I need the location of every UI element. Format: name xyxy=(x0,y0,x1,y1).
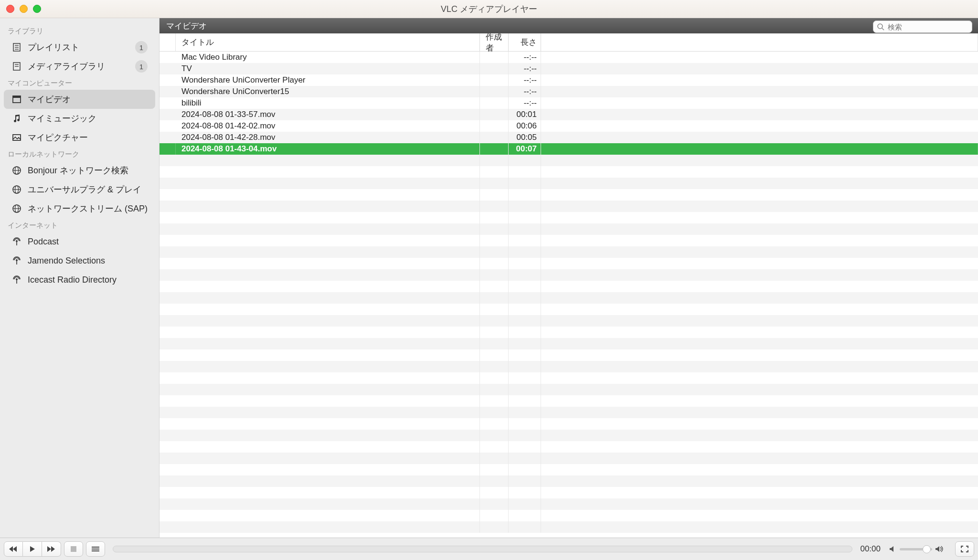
cell-title: 2024-08-08 01-43-04.mov xyxy=(176,143,480,155)
sidebar-item[interactable]: メディアライブラリ1 xyxy=(4,57,155,76)
cell-gutter xyxy=(159,223,176,235)
sidebar-item[interactable]: マイミュージック xyxy=(4,109,155,128)
cell-gutter xyxy=(159,74,176,86)
cell-title xyxy=(176,418,480,430)
cell-title xyxy=(176,292,480,304)
cell-title xyxy=(176,510,480,521)
cell-rest xyxy=(541,246,978,258)
forward-button[interactable] xyxy=(42,541,61,557)
picture-icon xyxy=(11,132,22,143)
col-duration[interactable]: 長さ xyxy=(509,33,541,51)
sidebar-item[interactable]: Icecast Radio Directory xyxy=(4,270,155,289)
table-row[interactable]: Wondershare UniConverter Player--:-- xyxy=(159,74,978,86)
sidebar-item[interactable]: Bonjour ネットワーク検索 xyxy=(4,161,155,180)
stop-button[interactable] xyxy=(64,541,83,557)
titlebar: VLC メディアプレイヤー xyxy=(0,0,978,18)
cell-title xyxy=(176,498,480,510)
cell-rest xyxy=(541,143,978,155)
cell-duration xyxy=(509,155,541,166)
table-row[interactable]: 2024-08-08 01-33-57.mov00:01 xyxy=(159,109,978,120)
volume-thumb[interactable] xyxy=(923,545,931,553)
cell-title xyxy=(176,361,480,372)
fullscreen-button[interactable] xyxy=(955,541,974,557)
table-row-empty xyxy=(159,407,978,418)
cell-author xyxy=(480,189,509,201)
col-gutter[interactable] xyxy=(159,33,176,51)
col-title[interactable]: タイトル xyxy=(176,33,480,51)
cell-title: 2024-08-08 01-33-57.mov xyxy=(176,109,480,120)
table-row[interactable]: 2024-08-08 01-42-28.mov00:05 xyxy=(159,132,978,143)
cell-duration: 00:05 xyxy=(509,132,541,143)
search-input[interactable] xyxy=(873,21,972,33)
cell-duration xyxy=(509,338,541,349)
cell-author xyxy=(480,120,509,132)
cell-author xyxy=(480,97,509,109)
cell-author xyxy=(480,201,509,212)
cell-duration: --:-- xyxy=(509,97,541,109)
playlist-toggle-button[interactable] xyxy=(86,541,105,557)
cell-rest xyxy=(541,315,978,327)
cell-author xyxy=(480,269,509,281)
play-button[interactable] xyxy=(23,541,42,557)
cell-title xyxy=(176,407,480,418)
table-row[interactable]: Mac Video Library--:-- xyxy=(159,52,978,63)
table-row-empty xyxy=(159,212,978,223)
cell-duration xyxy=(509,327,541,338)
zoom-window-button[interactable] xyxy=(33,5,41,13)
close-window-button[interactable] xyxy=(6,5,14,13)
sidebar-item-label: Bonjour ネットワーク検索 xyxy=(28,165,148,176)
time-display[interactable]: 00:00 xyxy=(860,544,881,554)
cell-author xyxy=(480,327,509,338)
volume-min-icon[interactable] xyxy=(889,546,897,552)
rewind-button[interactable] xyxy=(4,541,23,557)
sidebar-item[interactable]: ユニバーサルプラグ & プレイ xyxy=(4,180,155,199)
table-row-empty xyxy=(159,475,978,487)
table-row-empty xyxy=(159,201,978,212)
table-row[interactable]: 2024-08-08 01-43-04.mov00:07 xyxy=(159,143,978,155)
col-author[interactable]: 作成者 xyxy=(480,33,509,51)
cell-rest xyxy=(541,349,978,361)
cell-author xyxy=(480,372,509,384)
sidebar-item-label: Icecast Radio Directory xyxy=(28,275,148,285)
cell-gutter xyxy=(159,52,176,63)
podcast-icon xyxy=(11,255,22,266)
cell-rest xyxy=(541,418,978,430)
sidebar-group-label: マイコンピューター xyxy=(0,76,159,90)
sidebar-item[interactable]: マイビデオ xyxy=(4,90,155,109)
col-rest[interactable] xyxy=(541,33,978,51)
cell-rest xyxy=(541,407,978,418)
table-row[interactable]: Wondershare UniConverter15--:-- xyxy=(159,86,978,97)
cell-title: 2024-08-08 01-42-28.mov xyxy=(176,132,480,143)
sidebar-item[interactable]: Podcast xyxy=(4,232,155,251)
table-row[interactable]: bilibili--:-- xyxy=(159,97,978,109)
volume-max-icon[interactable] xyxy=(935,546,945,552)
seek-bar[interactable] xyxy=(113,546,852,552)
table-row-empty xyxy=(159,384,978,395)
sidebar-item[interactable]: プレイリスト1 xyxy=(4,38,155,57)
cell-gutter xyxy=(159,521,176,533)
cell-gutter xyxy=(159,109,176,120)
cell-author xyxy=(480,453,509,464)
cell-title xyxy=(176,338,480,349)
table-row-empty xyxy=(159,235,978,246)
cell-rest xyxy=(541,166,978,178)
sidebar-item[interactable]: ネットワークストリーム (SAP) xyxy=(4,199,155,218)
table-row-empty xyxy=(159,487,978,498)
podcast-icon xyxy=(11,275,22,285)
table-row-empty xyxy=(159,395,978,407)
table-row-empty xyxy=(159,223,978,235)
table-row[interactable]: TV--:-- xyxy=(159,63,978,74)
minimize-window-button[interactable] xyxy=(20,5,28,13)
volume-slider[interactable] xyxy=(900,548,932,550)
cell-gutter xyxy=(159,464,176,475)
cell-title xyxy=(176,189,480,201)
sidebar-item[interactable]: Jamendo Selections xyxy=(4,251,155,270)
cell-author xyxy=(480,441,509,453)
table-row-empty xyxy=(159,292,978,304)
sidebar-item[interactable]: マイピクチャー xyxy=(4,128,155,147)
cell-title xyxy=(176,384,480,395)
sidebar-badge: 1 xyxy=(135,41,148,53)
table-header: タイトル 作成者 長さ xyxy=(159,33,978,52)
table-row[interactable]: 2024-08-08 01-42-02.mov00:06 xyxy=(159,120,978,132)
sidebar-item-label: プレイリスト xyxy=(28,42,135,53)
